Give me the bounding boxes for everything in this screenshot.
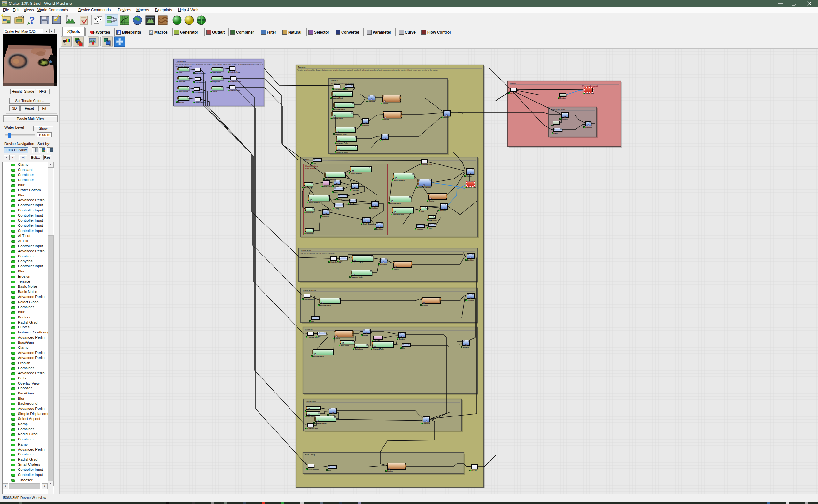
svg-text:Roughness: Roughness [212,81,220,83]
svg-text:Controllers: Controllers [176,60,186,62]
svg-text:Constant: Constant [553,125,560,127]
svg-text:This is where all the Layout G: This is where all the Layout Generators,… [175,63,267,65]
svg-text:Controller Input: Controller Input [422,164,432,165]
svg-text:Combiner: Combiner [399,338,405,340]
svg-text:Advanced Perlin: Advanced Perlin [334,109,345,110]
svg-text:Crater Bottom: Crater Bottom [178,91,187,93]
svg-text:Canyons: Canyons [305,328,313,330]
svg-text:Bias/Gain: Bias/Gain [349,203,356,205]
svg-text:New Group: New Group [305,454,315,456]
svg-text:Advanced Perlin: Advanced Perlin [320,305,331,306]
svg-text:Small Craters: Small Craters [212,72,221,73]
svg-text:Advanced Perlin: Advanced Perlin [313,356,324,357]
svg-text:Combiner: Combiner [463,347,470,348]
svg-text:Cells: Cells [421,211,424,212]
svg-text:Combiner: Combiner [380,264,387,265]
svg-text:Plains 1: Plains 1 [178,72,183,73]
svg-text:Advanced Perlin: Advanced Perlin [394,180,405,181]
svg-text:Chooser: Chooser [329,415,335,416]
svg-text:Elevation: Elevation [560,97,566,99]
svg-text:Combiner: Combiner [423,423,430,424]
svg-text:Output: Output [510,82,516,84]
svg-text:Overlay View: Overlay View [467,187,476,188]
svg-text:?: ? [29,14,35,26]
svg-text:Roughness: Roughness [306,400,316,402]
svg-text:Crater Rim: Crater Rim [301,249,311,251]
svg-text:Radial Grad: Radial Grad [305,233,313,234]
svg-text:Advanced Perlin: Advanced Perlin [393,214,404,216]
svg-text:Controller Input: Controller Input [307,428,318,430]
svg-text:Combiner: Combiner [381,140,388,142]
svg-text:Erosion: Erosion [212,91,217,93]
svg-text:Controller Input: Controller Input [194,92,205,93]
svg-text:Background: Background [429,220,437,221]
svg-text:Erosion: Erosion [422,305,428,306]
svg-text:Blur: Blur [311,321,314,322]
svg-text:Ramp: Ramp [338,199,342,200]
svg-text:Basic Noise: Basic Noise [340,345,349,347]
svg-text:Simple Displacement: Simple Displacement [363,223,377,225]
svg-text:Advanced Perlin: Advanced Perlin [372,348,384,350]
svg-text:Advanced Perlin: Advanced Perlin [390,203,401,204]
svg-text:Blur: Blur [313,163,316,164]
svg-text:Chooser: Chooser [440,210,447,212]
svg-text:Advanced Perlin: Advanced Perlin [332,118,343,119]
svg-text:Ramp: Ramp [334,192,338,193]
svg-text:Controller Input: Controller Input [229,71,240,73]
svg-text:Advanced Perlin: Advanced Perlin [335,134,347,135]
svg-text:Advanced Perlin: Advanced Perlin [350,173,362,174]
svg-text:Terrains: Terrains [298,66,306,68]
svg-text:Controller Input: Controller Input [195,73,206,74]
svg-text:Basic Noise: Basic Noise [355,348,363,350]
svg-text:Advanced Perlin: Advanced Perlin [325,179,336,180]
svg-text:Blur: Blur [402,347,405,349]
svg-text:Basic Noise: Basic Noise [306,416,315,418]
svg-text:Advanced Perlin: Advanced Perlin [336,142,348,144]
svg-text:Combiner: Combiner [371,207,378,209]
svg-text:Bias/Gain: Bias/Gain [417,229,424,230]
svg-text:Erosion: Erosion [387,470,393,472]
svg-text:Radial Grad: Radial Grad [304,187,312,188]
svg-text:Controller Input: Controller Input [195,82,206,83]
svg-text:Clamp: Clamp [334,208,339,210]
svg-text:Advanced Perlin: Advanced Perlin [351,276,363,278]
svg-text:ALT in: ALT in [510,93,515,94]
svg-text:Controller Input: Controller Input [230,81,241,83]
svg-text:Controller Input: Controller Input [195,102,206,103]
svg-text:Blur: Blur [317,336,320,338]
svg-text:Combiner: Combiner [585,127,592,128]
svg-text:Advanced Perlin: Advanced Perlin [332,97,343,99]
svg-text:Advanced Perlin: Advanced Perlin [309,202,320,203]
svg-text:Erosion: Erosion [394,269,399,270]
svg-text:ALT out: ALT out [471,470,477,471]
svg-text:(Preview Locked): (Preview Locked) [582,85,598,87]
svg-text:Overlay View: Overlay View [585,93,594,95]
svg-text:Chooser: Chooser [466,175,472,177]
svg-text:Combiner: Combiner [368,101,375,103]
svg-text:Erosion: Erosion [383,119,389,121]
svg-text:Controller Input: Controller Input [308,469,319,470]
svg-text:Controller Input: Controller Input [304,299,315,300]
svg-text:Blur: Blur [429,228,432,229]
svg-text:The part of the crater that ri: The part of the crater that rise up from… [300,252,335,254]
svg-text:Radial Grad: Radial Grad [305,212,313,214]
svg-text:Combiner: Combiner [322,216,329,217]
svg-text:Chooser: Chooser [443,117,449,118]
svg-text:Crater Rim: Crater Rim [178,81,185,83]
svg-text:Combiner: Combiner [562,118,568,120]
svg-text:Combiner: Combiner [362,125,369,126]
svg-text:Advanced Perlin: Advanced Perlin [336,152,348,153]
svg-text:Blur: Blur [345,88,348,90]
svg-text:Controller Input: Controller Input [334,89,345,90]
svg-text:Erosion: Erosion [383,103,388,104]
svg-text:Crater Bottom: Crater Bottom [303,289,316,291]
svg-text:Terrace: Terrace [363,335,368,336]
svg-text:Controller Input: Controller Input [229,90,240,92]
svg-text:Erosion: Erosion [429,200,434,202]
svg-text:Select Aspect: Select Aspect [323,186,332,187]
svg-text:Curves: Curves [334,186,339,187]
svg-text:Combiner: Combiner [467,300,474,301]
svg-text:Canyons: Canyons [178,101,184,103]
svg-text:Combiner: Combiner [467,259,474,261]
svg-text:Combiner: Combiner [352,190,358,191]
